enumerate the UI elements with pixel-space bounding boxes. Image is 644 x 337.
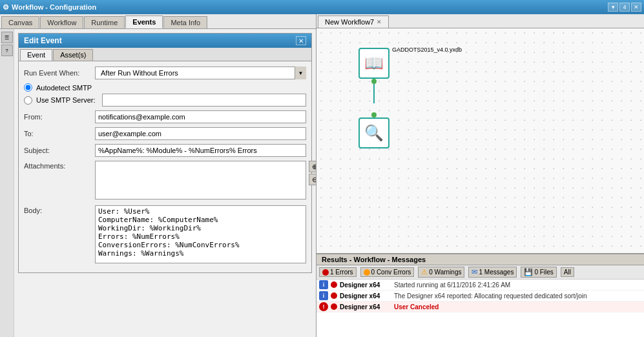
conv-errors-button[interactable]: 0 Conv Errors (360, 267, 415, 277)
add-attachment-button[interactable]: ⊕ (309, 161, 316, 172)
node-connector-top-2 (371, 112, 377, 117)
files-icon: 💾 (524, 268, 533, 276)
node-icon-1: 📖 (364, 54, 384, 72)
workflow-node-2: 🔍 (358, 112, 390, 148)
panel-content: ☰ ? Edit Event ✕ Event Asset(s) (0, 29, 316, 337)
smtp-server-input[interactable] (102, 94, 307, 107)
node-box-2[interactable]: 🔍 (358, 117, 390, 148)
files-label: 0 Files (534, 269, 553, 276)
edit-event-panel: Edit Event ✕ Event Asset(s) Run Event Wh… (18, 33, 312, 273)
messages-label: 1 Messages (479, 269, 514, 276)
to-input[interactable] (95, 127, 306, 140)
workflow-tab-close-icon[interactable]: ✕ (377, 19, 382, 25)
messages-icon: ✉ (472, 268, 477, 276)
title-bar: ⚙ Workflow - Configuration ▾ 4 ✕ (0, 0, 644, 14)
body-textarea[interactable]: User: %User% ComputerName: %ComputerName… (95, 205, 306, 263)
run-event-row: Run Event When: After Run Without Errors… (24, 66, 306, 79)
messages-button[interactable]: ✉ 1 Messages (468, 267, 517, 278)
edit-event-header: Edit Event ✕ (19, 34, 311, 48)
autodetect-row: Autodetect SMTP (24, 83, 306, 92)
warning-icon: ⚠ (421, 268, 428, 276)
error-icon (322, 269, 329, 276)
log-row-1: i Designer x64 Started running at 6/11/2… (317, 280, 644, 291)
workflow-tab-bar: New Workflow7 ✕ (317, 14, 644, 28)
results-header: Results - Workflow - Messages (317, 254, 644, 265)
from-input[interactable] (95, 110, 306, 123)
use-smtp-radio[interactable] (24, 96, 32, 105)
warnings-button[interactable]: ⚠ 0 Warnings (418, 267, 464, 278)
smtp-radio-group: Autodetect SMTP Use SMTP Server: (24, 83, 306, 107)
left-tab-bar: Canvas Workflow Runtime Events Meta Info (0, 14, 316, 29)
tab-metainfo[interactable]: Meta Info (163, 16, 207, 28)
workflow-tab-label: New Workflow7 (325, 18, 374, 26)
node-label-1: GADDOTS2015_v4.0.yxdb (392, 46, 457, 53)
sidebar-icon-2[interactable]: ? (1, 45, 13, 56)
use-smtp-label: Use SMTP Server: (36, 96, 96, 104)
close-button[interactable]: ✕ (631, 3, 641, 12)
log-error-dot-1 (331, 281, 337, 288)
conv-error-icon (364, 269, 370, 276)
run-event-label: Run Event When: (24, 69, 95, 77)
tab-runtime[interactable]: Runtime (84, 16, 125, 28)
from-row: From: (24, 110, 306, 123)
edit-event-tab-event[interactable]: Event (20, 49, 52, 61)
log-source-3: Designer x64 (340, 303, 391, 311)
log-source-2: Designer x64 (340, 292, 391, 300)
form-area: Run Event When: After Run Without Errors… (19, 61, 311, 272)
subject-row: Subject: (24, 144, 306, 157)
attachments-textarea[interactable] (95, 161, 306, 199)
sidebar-icon-1[interactable]: ☰ (1, 32, 13, 43)
results-panel: Results - Workflow - Messages 1 Errors 0… (317, 253, 644, 337)
workflow-tab-new[interactable]: New Workflow7 ✕ (318, 15, 389, 28)
use-smtp-row: Use SMTP Server: (24, 94, 306, 107)
right-panel: New Workflow7 ✕ 📖 GADDOTS2015_v4.0.yxdb (317, 14, 644, 337)
canvas-area[interactable]: 📖 GADDOTS2015_v4.0.yxdb 🔍 (317, 28, 644, 253)
log-row-3: ! Designer x64 User Canceled (317, 301, 644, 312)
main-container: Canvas Workflow Runtime Events Meta Info… (0, 14, 644, 337)
title-bar-left: ⚙ Workflow - Configuration (3, 3, 96, 12)
from-label: From: (24, 113, 95, 121)
workflow-node-1: 📖 GADDOTS2015_v4.0.yxdb (358, 48, 390, 103)
body-label: Body: (24, 205, 95, 214)
subject-input[interactable] (95, 144, 306, 157)
files-button[interactable]: 💾 0 Files (521, 267, 556, 278)
attachments-label: Attachments: (24, 161, 95, 170)
left-sidebar: ☰ ? (0, 29, 14, 337)
tab-canvas[interactable]: Canvas (1, 16, 39, 28)
remove-attachment-button[interactable]: ⊖ (309, 174, 316, 185)
body-row: Body: User: %User% ComputerName: %Comput… (24, 205, 306, 263)
all-label: All (564, 269, 571, 276)
errors-button[interactable]: 1 Errors (319, 267, 357, 277)
log-source-1: Designer x64 (340, 281, 391, 289)
to-row: To: (24, 127, 306, 140)
title-bar-icon: ⚙ (3, 3, 9, 12)
edit-event-tab-assets[interactable]: Asset(s) (53, 49, 93, 61)
log-icon-2: i (319, 291, 328, 300)
edit-event-tabs: Event Asset(s) (19, 48, 311, 61)
errors-label: 1 Errors (330, 269, 353, 276)
attachments-area: ⊕ ⊖ (95, 161, 306, 201)
log-msg-3: User Canceled (394, 303, 439, 311)
unpin-button[interactable]: 4 (619, 3, 630, 12)
all-button[interactable]: All (561, 267, 574, 277)
autodetect-label: Autodetect SMTP (36, 84, 92, 92)
tab-events[interactable]: Events (125, 15, 163, 28)
title-bar-controls: ▾ 4 ✕ (608, 3, 641, 12)
log-error-dot-3 (331, 303, 337, 310)
autodetect-radio[interactable] (24, 83, 32, 92)
log-icon-3: ! (319, 302, 328, 311)
warnings-label: 0 Warnings (429, 269, 461, 276)
run-event-select[interactable]: After Run Without Errors Before Run Afte… (95, 66, 306, 79)
edit-event-close-button[interactable]: ✕ (296, 36, 306, 45)
connector-line-1 (373, 84, 375, 103)
pin-button[interactable]: ▾ (608, 3, 618, 12)
tab-workflow[interactable]: Workflow (40, 16, 83, 28)
title-bar-text: Workflow - Configuration (12, 3, 96, 11)
to-label: To: (24, 130, 95, 138)
node-box-1[interactable]: 📖 (358, 48, 390, 79)
log-msg-2: The Designer x64 reported: Allocating re… (394, 292, 587, 300)
subject-label: Subject: (24, 147, 95, 154)
attachments-row: Attachments: ⊕ ⊖ (24, 161, 306, 201)
results-log: i Designer x64 Started running at 6/11/2… (317, 280, 644, 337)
node-icon-2: 🔍 (364, 124, 384, 142)
